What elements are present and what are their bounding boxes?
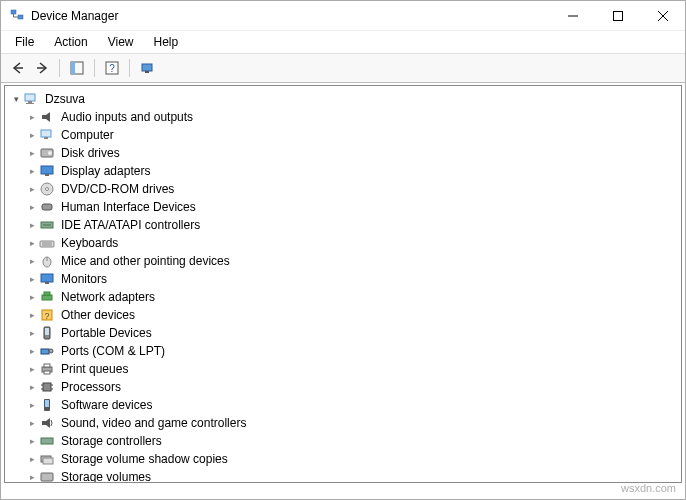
tree-category[interactable]: Disk drives <box>7 144 679 162</box>
svg-rect-22 <box>41 166 53 174</box>
expand-collapse-arrow[interactable] <box>25 436 39 446</box>
forward-button[interactable] <box>31 57 53 79</box>
category-label[interactable]: Portable Devices <box>59 324 154 342</box>
minimize-button[interactable] <box>550 1 595 31</box>
svg-rect-9 <box>71 62 75 74</box>
back-button[interactable] <box>7 57 29 79</box>
menu-file[interactable]: File <box>5 33 44 51</box>
expand-collapse-arrow[interactable] <box>25 310 39 320</box>
tree-category[interactable]: Ports (COM & LPT) <box>7 342 679 360</box>
category-label[interactable]: Computer <box>59 126 116 144</box>
category-label[interactable]: Audio inputs and outputs <box>59 108 195 126</box>
titlebar: Device Manager <box>1 1 685 31</box>
maximize-icon <box>613 11 623 21</box>
tree-category[interactable]: Storage controllers <box>7 432 679 450</box>
category-label[interactable]: Print queues <box>59 360 130 378</box>
category-label[interactable]: Mice and other pointing devices <box>59 252 232 270</box>
device-tree[interactable]: Dzsuva Audio inputs and outputsComputerD… <box>4 85 682 483</box>
tree-category[interactable]: IDE ATA/ATAPI controllers <box>7 216 679 234</box>
tree-category[interactable]: Network adapters <box>7 288 679 306</box>
monitor-icon <box>39 271 55 287</box>
expand-collapse-arrow[interactable] <box>25 256 39 266</box>
svg-point-21 <box>48 151 52 155</box>
scan-hardware-button[interactable] <box>136 57 158 79</box>
expand-collapse-arrow[interactable] <box>25 400 39 410</box>
tree-root[interactable]: Dzsuva <box>7 90 679 108</box>
expand-collapse-arrow[interactable] <box>25 454 39 464</box>
svg-rect-58 <box>41 473 53 481</box>
category-label[interactable]: Keyboards <box>59 234 120 252</box>
expand-collapse-arrow[interactable] <box>25 382 39 392</box>
tree-category[interactable]: Print queues <box>7 360 679 378</box>
svg-rect-36 <box>42 295 52 300</box>
category-label[interactable]: Monitors <box>59 270 109 288</box>
expand-collapse-arrow[interactable] <box>25 166 39 176</box>
tree-category[interactable]: Storage volume shadow copies <box>7 450 679 468</box>
expand-collapse-arrow[interactable] <box>25 418 39 428</box>
maximize-button[interactable] <box>595 1 640 31</box>
expand-collapse-arrow[interactable] <box>25 472 39 482</box>
category-label[interactable]: Sound, video and game controllers <box>59 414 248 432</box>
expand-collapse-arrow[interactable] <box>9 94 23 104</box>
category-label[interactable]: Network adapters <box>59 288 157 306</box>
expand-collapse-arrow[interactable] <box>25 148 39 158</box>
menu-view[interactable]: View <box>98 33 144 51</box>
tree-category[interactable]: Audio inputs and outputs <box>7 108 679 126</box>
category-label[interactable]: Storage volumes <box>59 468 153 483</box>
tree-category[interactable]: Storage volumes <box>7 468 679 483</box>
ide-icon <box>39 217 55 233</box>
tree-category[interactable]: Sound, video and game controllers <box>7 414 679 432</box>
show-hide-tree-button[interactable] <box>66 57 88 79</box>
tree-category[interactable]: Computer <box>7 126 679 144</box>
category-label[interactable]: Storage controllers <box>59 432 164 450</box>
tree-category[interactable]: DVD/CD-ROM drives <box>7 180 679 198</box>
tree-category[interactable]: Keyboards <box>7 234 679 252</box>
category-label[interactable]: IDE ATA/ATAPI controllers <box>59 216 202 234</box>
expand-collapse-arrow[interactable] <box>25 328 39 338</box>
print-icon <box>39 361 55 377</box>
tree-category[interactable]: Portable Devices <box>7 324 679 342</box>
svg-rect-34 <box>41 274 53 282</box>
category-label[interactable]: Software devices <box>59 396 154 414</box>
category-label[interactable]: Ports (COM & LPT) <box>59 342 167 360</box>
other-icon: ? <box>39 307 55 323</box>
category-label[interactable]: Human Interface Devices <box>59 198 198 216</box>
svg-rect-26 <box>42 204 52 210</box>
category-label[interactable]: Processors <box>59 378 123 396</box>
svg-text:?: ? <box>44 311 49 321</box>
category-label[interactable]: Disk drives <box>59 144 122 162</box>
expand-collapse-arrow[interactable] <box>25 274 39 284</box>
menu-help[interactable]: Help <box>144 33 189 51</box>
expand-collapse-arrow[interactable] <box>25 220 39 230</box>
expand-collapse-arrow[interactable] <box>25 184 39 194</box>
expand-collapse-arrow[interactable] <box>25 202 39 212</box>
tree-category[interactable]: Processors <box>7 378 679 396</box>
tree-category[interactable]: ?Other devices <box>7 306 679 324</box>
expand-collapse-arrow[interactable] <box>25 346 39 356</box>
tree-category[interactable]: Monitors <box>7 270 679 288</box>
expand-collapse-arrow[interactable] <box>25 364 39 374</box>
toolbar-separator <box>59 59 60 77</box>
tree-category[interactable]: Display adapters <box>7 162 679 180</box>
toolbar-separator <box>94 59 95 77</box>
expand-collapse-arrow[interactable] <box>25 238 39 248</box>
menu-action[interactable]: Action <box>44 33 97 51</box>
forward-arrow-icon <box>35 61 49 75</box>
tree-category[interactable]: Mice and other pointing devices <box>7 252 679 270</box>
svg-rect-57 <box>43 458 53 464</box>
expand-collapse-arrow[interactable] <box>25 130 39 140</box>
category-label[interactable]: Storage volume shadow copies <box>59 450 230 468</box>
category-label[interactable]: Display adapters <box>59 162 152 180</box>
computer-root-icon <box>23 91 39 107</box>
category-label[interactable]: DVD/CD-ROM drives <box>59 180 176 198</box>
svg-rect-14 <box>25 94 35 101</box>
close-button[interactable] <box>640 1 685 31</box>
expand-collapse-arrow[interactable] <box>25 112 39 122</box>
root-label[interactable]: Dzsuva <box>43 90 87 108</box>
tree-category[interactable]: Human Interface Devices <box>7 198 679 216</box>
expand-collapse-arrow[interactable] <box>25 292 39 302</box>
help-button[interactable]: ? <box>101 57 123 79</box>
tree-category[interactable]: Software devices <box>7 396 679 414</box>
software-icon <box>39 397 55 413</box>
category-label[interactable]: Other devices <box>59 306 137 324</box>
